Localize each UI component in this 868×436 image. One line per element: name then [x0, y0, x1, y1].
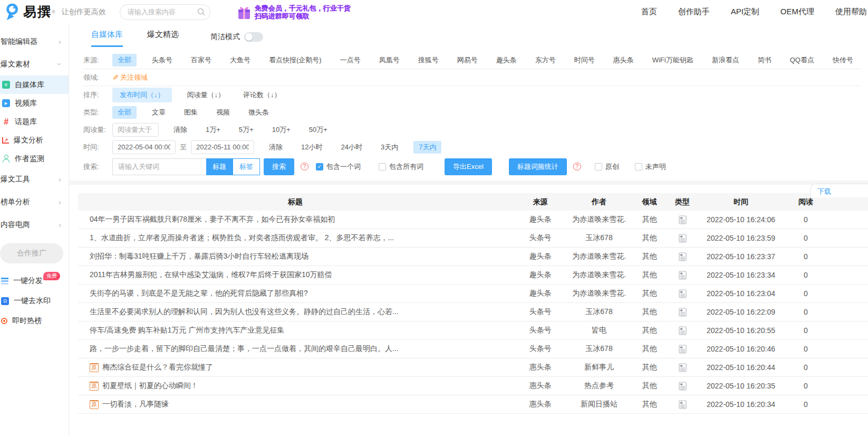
source-option[interactable]: 简书 [755, 54, 775, 67]
reads-option[interactable]: 50万+ [306, 124, 331, 136]
sidebar-item[interactable]: 作者监测 [0, 149, 69, 168]
source-option[interactable]: 全部 [112, 54, 137, 67]
time-option[interactable]: 3天内 [378, 141, 401, 154]
question-icon[interactable] [573, 163, 581, 170]
time-option[interactable]: 清除 [266, 141, 286, 154]
author-cell[interactable]: 皆电 [568, 326, 630, 335]
article-title-link[interactable]: 生活里不必要渴求别人的理解和认同，因为别人也没有这些义务。静静的过自己的生活，心… [90, 307, 399, 317]
article-title-link[interactable]: 路，一步一步走着，留下的脚印自己最清楚；事，一点一点做着，其间的艰辛自己最明白。… [90, 344, 399, 354]
table-row[interactable]: 1、水道曲折，立岸者见而操舟者迷；棋势胜负，对奕者惑而傍观者审。 2、多思不若养… [78, 229, 868, 248]
article-title-link[interactable]: 一切看淡，凡事随缘 [102, 400, 169, 409]
article-title-link[interactable]: 1、水道曲折，立岸者见而操舟者迷；棋势胜负，对奕者惑而傍观者审。 2、多思不若养… [90, 233, 394, 243]
search-button[interactable]: 搜索 [264, 158, 294, 175]
table-row[interactable]: 停车/高速免费 购车补贴1万元 广州市支持汽车产业意见征集 头条号 皆电 其他 [78, 321, 868, 340]
article-title-link[interactable]: 初夏壁纸｜初夏的心动瞬间！ [102, 381, 198, 391]
author-cell[interactable]: 玉冰678 [568, 344, 630, 354]
table-row[interactable]: 原 初夏壁纸｜初夏的心动瞬间！ 惠头条 热点参考 其他 [78, 377, 868, 395]
article-title-link[interactable]: 刘招华：制毒31吨狂赚上千万，暴露后骑3小时自行车轻松逃离现场 [90, 252, 308, 261]
article-title-link[interactable]: 2011年吉林男服刑犯，在狱中感染艾滋病，维权7年后终于获国家10万赔偿 [90, 270, 332, 280]
source-option[interactable]: 东方号 [532, 54, 559, 67]
source-option[interactable]: 看点快报(企鹅号) [266, 54, 325, 67]
tab[interactable]: 自媒体库 [91, 30, 123, 47]
sidebar-item[interactable]: 爆文工具 › [0, 168, 69, 191]
sidebar-item[interactable]: 视频库 [0, 94, 69, 112]
author-cell[interactable]: 热点参考 [568, 381, 630, 391]
sidebar-item[interactable]: 智能编辑器 › [0, 30, 69, 53]
source-option[interactable]: QQ看点 [787, 54, 817, 67]
sidebar-item[interactable]: 一键分发 免费 [0, 271, 69, 291]
article-title-link[interactable]: 停车/高速免费 购车补贴1万元 广州市支持汽车产业意见征集 [90, 326, 284, 335]
source-option[interactable]: WiFi万能钥匙 [649, 54, 697, 67]
time-option[interactable]: 7天内 [413, 141, 441, 154]
author-cell[interactable]: 为赤道唤来雪花. [568, 215, 630, 224]
origin-checkbox[interactable]: 未声明 [635, 162, 666, 172]
nav-item[interactable]: 创作助手 [678, 7, 710, 17]
search-icon[interactable] [197, 8, 205, 16]
reads-option[interactable]: 1万+ [202, 124, 224, 136]
source-option[interactable]: 时间号 [571, 54, 598, 67]
time-from-input[interactable] [112, 140, 176, 154]
author-cell[interactable]: 玉冰678 [568, 233, 630, 243]
sidebar-item[interactable]: 自媒体库 [0, 75, 69, 94]
logo[interactable]: 易撰 ® [5, 3, 55, 21]
author-cell[interactable]: 为赤道唤来雪花. [568, 252, 630, 261]
reads-option[interactable]: 5万+ [236, 124, 257, 136]
search-by-title-button[interactable]: 标题 [206, 158, 233, 175]
time-option[interactable]: 24小时 [337, 141, 365, 154]
source-option[interactable]: 凤凰号 [376, 54, 403, 67]
source-option[interactable]: 大鱼号 [227, 54, 254, 67]
source-option[interactable]: 趣头条 [493, 54, 520, 67]
word-mode-checkbox[interactable]: 包含所有词 [379, 162, 423, 172]
sidebar-item[interactable]: 即时热榜 [0, 311, 69, 331]
sort-option[interactable]: 阅读量（↓） [184, 89, 228, 101]
promo-banner[interactable]: 免费会员，千元礼包，行业干货 扫码进群即可领取 [237, 4, 351, 20]
source-option[interactable]: 新浪看点 [709, 54, 742, 67]
article-title-link[interactable]: 梅杰综合征是什么？看完你就懂了 [102, 363, 213, 372]
source-option[interactable]: 惠头条 [610, 54, 637, 67]
type-option[interactable]: 图集 [181, 106, 201, 119]
type-option[interactable]: 微头条 [245, 106, 272, 119]
author-cell[interactable]: 玉冰678 [568, 307, 630, 317]
word-frequency-button[interactable]: 标题词频统计 [509, 158, 567, 175]
author-cell[interactable]: 新闻日播站 [568, 400, 630, 409]
sidebar-item[interactable]: 爆文素材 › [0, 53, 69, 75]
question-icon[interactable] [301, 163, 308, 170]
reads-min-input[interactable] [112, 123, 159, 137]
source-option[interactable]: 头条号 [149, 54, 176, 67]
table-row[interactable]: 04年一男子因车祸截肢只剩78厘米，妻子不离不弃，如今已有孙女幸福如初 趣头条 … [78, 211, 868, 229]
sort-option[interactable]: 发布时间（↓） [112, 88, 172, 102]
author-cell[interactable]: 新鲜事儿 [568, 363, 630, 372]
source-option[interactable]: 百家号 [188, 54, 215, 67]
table-row[interactable]: 路，一步一步走着，留下的脚印自己最清楚；事，一点一点做着，其间的艰辛自己最明白。… [78, 340, 868, 358]
sidebar-item[interactable]: 话题库 [0, 112, 69, 131]
sidebar-item[interactable]: 内容电商 › [0, 213, 69, 236]
nav-item[interactable]: OEM代理 [780, 7, 814, 17]
author-cell[interactable]: 为赤道唤来雪花. [568, 270, 630, 280]
table-row[interactable]: 2011年吉林男服刑犯，在狱中感染艾滋病，维权7年后终于获国家10万赔偿 趣头条… [78, 266, 868, 285]
type-option[interactable]: 全部 [112, 106, 137, 119]
article-title-link[interactable]: 失街亭的马谡，到底是不是无能之辈，他的死背后隐藏了那些真相? [90, 289, 308, 298]
reads-option[interactable]: 10万+ [269, 124, 294, 136]
source-option[interactable]: 快传号 [830, 54, 856, 67]
sidebar-item[interactable]: 合作推广 [0, 243, 63, 263]
type-option[interactable]: 视频 [213, 106, 233, 119]
article-title-link[interactable]: 04年一男子因车祸截肢只剩78厘米，妻子不离不弃，如今已有孙女幸福如初 [90, 215, 335, 224]
source-option[interactable]: 搜狐号 [415, 54, 442, 67]
nav-item[interactable]: 使用帮助 [835, 7, 867, 17]
sidebar-item[interactable]: 榜单分析 › [0, 191, 69, 213]
reads-option[interactable]: 清除 [170, 124, 190, 136]
keyword-input[interactable] [112, 158, 206, 175]
simple-mode-toggle[interactable] [244, 32, 263, 42]
source-option[interactable]: 一点号 [337, 54, 364, 67]
sidebar-item[interactable]: 爆文分析 [0, 131, 69, 149]
download-tab[interactable]: 下载 [811, 184, 868, 197]
export-excel-button[interactable]: 导出Excel [445, 158, 492, 175]
word-mode-checkbox[interactable]: 包含一个词 [316, 162, 361, 172]
origin-checkbox[interactable]: 原创 [595, 162, 619, 172]
time-to-input[interactable] [191, 140, 254, 154]
source-option[interactable]: 网易号 [454, 54, 481, 67]
search-by-tag-button[interactable]: 标签 [233, 158, 260, 175]
sort-option[interactable]: 评论数（↓） [240, 89, 284, 101]
table-row[interactable]: 原 一切看淡，凡事随缘 惠头条 新闻日播站 其他 [78, 395, 868, 414]
time-option[interactable]: 12小时 [298, 141, 325, 154]
